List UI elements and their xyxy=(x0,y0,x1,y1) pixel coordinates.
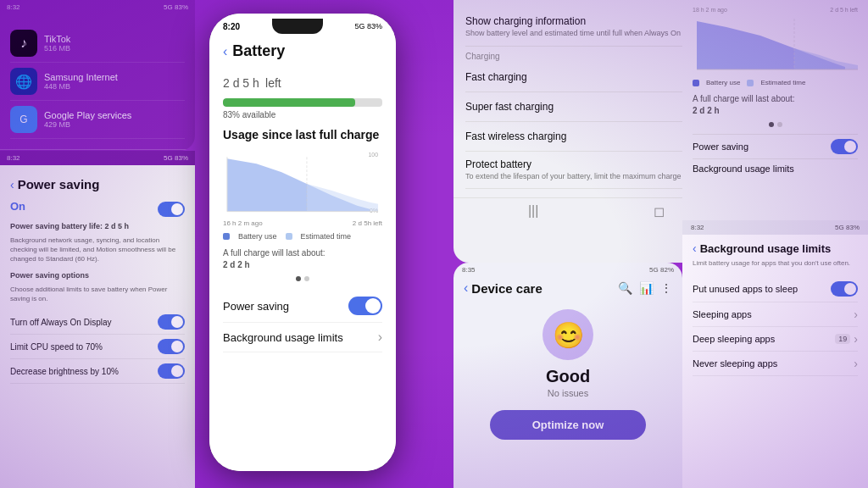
full-charge-value: 2 d 2 h xyxy=(223,260,250,269)
power-saving-toggle[interactable] xyxy=(348,297,382,315)
chart-labels: 16 h 2 m ago 2 d 5h left xyxy=(223,219,382,227)
battery-bar xyxy=(223,98,382,107)
fast-wireless-title: Fast wireless charging xyxy=(465,130,566,142)
rm-dot-1 xyxy=(769,122,774,127)
dc-search-icon[interactable]: 🔍 xyxy=(618,281,632,295)
battery-back-icon[interactable]: ‹ xyxy=(223,44,227,59)
optimize-now-button[interactable]: Optimize now xyxy=(490,410,647,440)
dc-back-icon[interactable]: ‹ xyxy=(464,280,468,296)
app-usage-panel: 8:32 5G 83% ♪ TikTok 516 MB 🌐 Samsung In… xyxy=(0,0,195,151)
legend-battery-label: Battery use xyxy=(238,232,277,241)
rm-chart xyxy=(693,14,858,74)
estimated-legend-dot xyxy=(286,233,292,240)
rb-status-icons: 5G 83% xyxy=(835,224,860,231)
dot-2 xyxy=(304,276,309,281)
center-status-bar: 8:20 5G 83% xyxy=(209,14,396,34)
center-icons: 5G 83% xyxy=(354,22,382,30)
power-item-brightness[interactable]: Decrease brightness by 10% xyxy=(10,359,185,384)
rb-deep-sleeping-label: Deep sleeping apps xyxy=(693,334,775,344)
bg-usage-row[interactable]: Background usage limits › xyxy=(223,323,382,352)
power-item-cpu[interactable]: Limit CPU speed to 70% xyxy=(10,335,185,359)
rm-charge-text: A full charge will last about: 2 d 2 h xyxy=(693,93,858,117)
rm-power-saving-row[interactable]: Power saving xyxy=(693,134,858,158)
rm-estimated-dot xyxy=(747,80,754,86)
list-item[interactable]: ♪ TikTok 516 MB xyxy=(10,25,185,63)
aod-label: Turn off Always On Display xyxy=(10,318,112,327)
power-item-aod[interactable]: Turn off Always On Display xyxy=(10,310,185,335)
aod-toggle[interactable] xyxy=(158,314,185,330)
rm-power-saving-toggle[interactable] xyxy=(831,139,858,154)
battery-available: 83% available xyxy=(223,110,382,119)
rt-nav-home-icon[interactable]: ◻ xyxy=(654,203,665,221)
rm-timestamp: 18 h 2 m ago xyxy=(693,7,727,13)
ps-status-time: 8:32 xyxy=(7,154,20,162)
list-item[interactable]: 🌐 Samsung Internet 448 MB xyxy=(10,63,185,101)
notch xyxy=(272,19,323,34)
rm-charge-value: 2 d 2 h xyxy=(693,106,720,115)
device-status-emoji: 😊 xyxy=(542,309,593,360)
left-top-status-bar: 8:32 5G 83% xyxy=(0,0,195,14)
chart-label-left: 16 h 2 m ago xyxy=(223,219,263,227)
app-name: Google Play services xyxy=(44,110,131,120)
cpu-label: Limit CPU speed to 70% xyxy=(10,342,103,352)
device-care-panel: 8:35 5G 82% ‹ Device care 🔍 📊 ⋮ 😊 Good N… xyxy=(453,263,682,488)
list-item[interactable]: G Google Play services 429 MB xyxy=(10,101,185,139)
rb-sleeping-apps-row[interactable]: Sleeping apps › xyxy=(693,302,858,327)
battery-bar-fill xyxy=(223,98,355,107)
rb-never-sleeping-label: Never sleeping apps xyxy=(693,358,777,369)
cpu-toggle[interactable] xyxy=(158,339,185,354)
chart-label-right: 2 d 5h left xyxy=(353,219,382,227)
rb-unused-apps-toggle[interactable] xyxy=(831,281,858,297)
dc-no-issues-label: No issues xyxy=(548,388,588,398)
rt-nav-menu-icon[interactable]: ||| xyxy=(528,203,538,221)
power-saving-toggle[interactable] xyxy=(158,202,185,217)
rm-bg-usage-label: Background usage limits xyxy=(693,164,794,174)
center-time: 8:20 xyxy=(223,22,240,31)
rm-battery-legend: Battery use xyxy=(706,79,740,86)
battery-use-legend-dot xyxy=(223,233,230,240)
samsung-icon: 🌐 xyxy=(10,68,37,95)
rm-estimated-legend: Estimated time xyxy=(760,79,805,86)
dc-more-icon[interactable]: ⋮ xyxy=(660,281,672,295)
rb-back-icon[interactable]: ‹ xyxy=(693,241,697,255)
dc-status-bar: 8:35 5G 82% xyxy=(453,263,682,277)
app-size: 429 MB xyxy=(44,120,131,129)
rb-unused-apps-label: Put unused apps to sleep xyxy=(693,284,798,294)
app-name: Samsung Internet xyxy=(44,72,118,82)
dc-nav-icons: 🔍 📊 ⋮ xyxy=(618,281,672,295)
rb-never-sleeping-chevron: › xyxy=(854,357,858,370)
super-fast-charging-title: Super fast charging xyxy=(465,101,554,113)
status-icons: 5G 83% xyxy=(164,3,188,11)
power-nav: ‹ Power saving xyxy=(10,174,185,195)
rb-never-sleeping-row[interactable]: Never sleeping apps › xyxy=(693,352,858,376)
power-saving-label: Power saving xyxy=(223,300,289,313)
app-name: TikTok xyxy=(44,34,70,44)
google-icon: G xyxy=(10,106,37,133)
rb-content: ‹ Background usage limits Limit battery … xyxy=(682,235,868,383)
power-on-label: On xyxy=(10,200,25,213)
rm-content: 18 h 2 m ago 2 d 5 h left Battery use Es… xyxy=(682,0,868,185)
bg-usage-label: Background usage limits xyxy=(223,331,343,344)
rb-deep-sleeping-row[interactable]: Deep sleeping apps 19 › xyxy=(693,327,858,352)
rb-sleeping-apps-label: Sleeping apps xyxy=(693,309,752,319)
app-list: ♪ TikTok 516 MB 🌐 Samsung Internet 448 M… xyxy=(0,14,195,149)
dots-indicator xyxy=(223,276,382,281)
svg-marker-8 xyxy=(794,48,858,69)
rb-title: Background usage limits xyxy=(700,242,832,255)
brightness-toggle[interactable] xyxy=(158,363,185,379)
power-saving-panel: 8:32 5G 83% ‹ Power saving On Power savi… xyxy=(0,151,195,488)
rm-battery-dot xyxy=(693,80,699,86)
right-mid-panel: 18 h 2 m ago 2 d 5 h left Battery use Es… xyxy=(682,0,868,220)
rm-time-left: 2 d 5 h left xyxy=(830,7,858,13)
ps-status-icons: 5G 83% xyxy=(164,154,188,162)
dc-chart-icon[interactable]: 📊 xyxy=(639,281,654,295)
protect-battery-desc: To extend the lifespan of your battery, … xyxy=(465,172,709,182)
chart-legend: Battery use Estimated time xyxy=(223,232,382,241)
power-saving-row[interactable]: Power saving xyxy=(223,290,382,323)
bg-usage-panel: 8:32 5G 83% ‹ Background usage limits Li… xyxy=(682,220,868,488)
legend-estimated-label: Estimated time xyxy=(301,232,352,241)
rb-unused-apps-row[interactable]: Put unused apps to sleep xyxy=(693,276,858,302)
rm-legend: Battery use Estimated time xyxy=(693,79,858,86)
power-back-icon[interactable]: ‹ xyxy=(10,178,14,191)
rm-bg-usage-row[interactable]: Background usage limits xyxy=(693,158,858,178)
